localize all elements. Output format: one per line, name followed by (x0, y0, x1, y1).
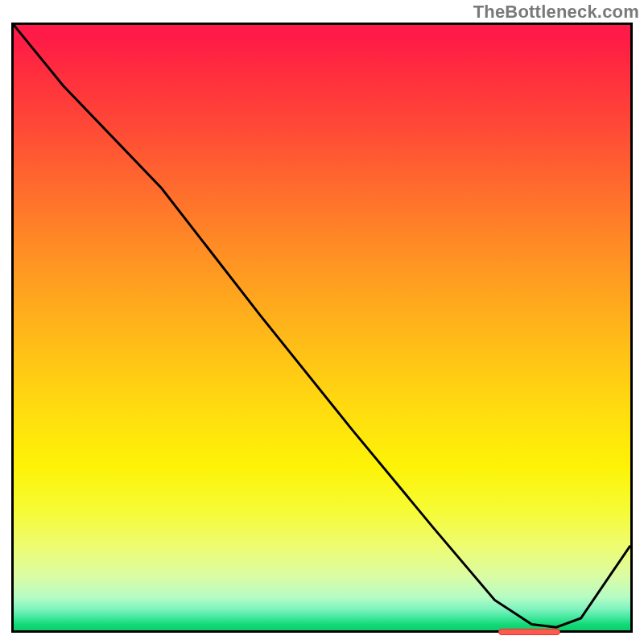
chart-container: TheBottleneck.com (0, 0, 644, 644)
optimal-range-marker (498, 629, 560, 635)
curve-path (14, 25, 630, 627)
bottleneck-curve (14, 25, 630, 630)
plot-area (11, 23, 633, 633)
watermark-text: TheBottleneck.com (473, 2, 639, 23)
